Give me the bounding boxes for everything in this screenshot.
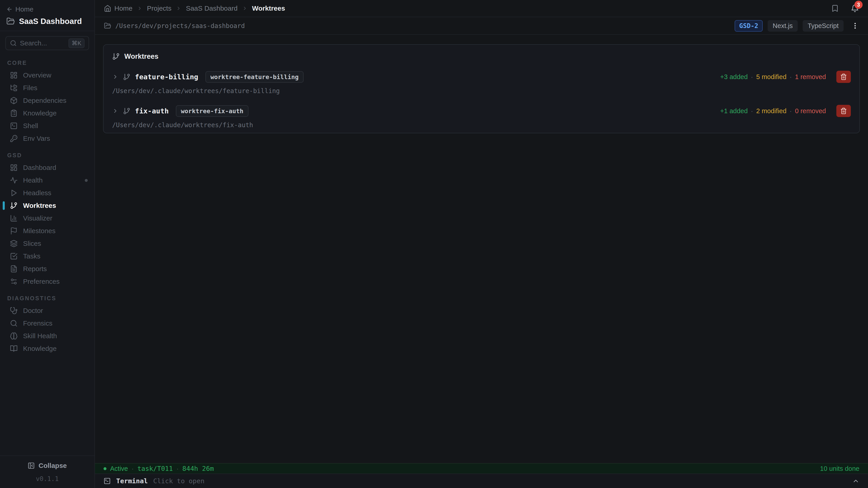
worktree-diff-stats: +3 added · 5 modified · 1 removed [720,73,826,80]
project-meta: GSD-2 Next.js TypeScript [735,20,859,32]
sidebar-item-label: Worktrees [23,202,56,209]
sidebar-item-forensics[interactable]: Forensics [0,317,94,330]
language-tag: TypeScript [803,20,844,32]
sidebar-item-knowledge-diagnostics[interactable]: Knowledge [0,342,94,355]
terminal-square-icon [10,122,18,130]
layers-icon [10,240,18,248]
expand-worktree-button[interactable] [112,108,119,114]
stat-separator: · [789,73,792,80]
breadcrumb-project[interactable]: SaaS Dashboard [186,4,238,12]
sidebar-item-headless[interactable]: Headless [0,187,94,199]
app-version: v0.1.1 [0,475,94,483]
sidebar-item-slices[interactable]: Slices [0,237,94,250]
header-actions: 3 [831,4,859,12]
sidebar-item-label: Env Vars [23,135,50,142]
bookmark-button[interactable] [831,4,839,12]
trash-icon [840,73,847,80]
collapse-button[interactable]: Collapse [28,462,67,469]
main-area: Home Projects SaaS Dashboard Worktrees 3 [95,0,868,488]
sliders-icon [10,278,18,285]
chevron-right-icon [176,6,181,11]
kebab-menu-icon [851,22,859,30]
bookmark-icon [831,4,839,12]
terminal-bar[interactable]: Terminal Click to open [95,474,868,488]
search-input[interactable]: Search... ⌘K [5,36,89,50]
chevron-right-icon [112,74,119,80]
worktree-row: feature-billing worktree-feature-billing… [112,70,851,83]
phase-badge[interactable]: GSD-2 [735,20,763,32]
back-home-label: Home [16,5,33,13]
notification-badge: 3 [855,1,863,9]
sidebar-item-label: Knowledge [23,345,57,352]
sidebar-item-files[interactable]: Files [0,82,94,94]
expand-worktree-button[interactable] [112,74,119,80]
folder-open-icon [6,17,15,26]
worktree-branch-name: fix-auth [135,107,168,115]
card-title: Worktrees [124,53,158,61]
sidebar-item-visualizer[interactable]: Visualizer [0,212,94,225]
git-branch-icon [123,73,130,80]
more-options-button[interactable] [851,22,859,30]
sidebar-item-skill-health[interactable]: Skill Health [0,330,94,342]
arrow-left-icon [6,6,13,12]
file-text-icon [10,265,18,273]
activity-icon [10,176,18,184]
sidebar-item-label: Milestones [23,227,55,235]
worktrees-card: Worktrees feature-billing worktree-featu… [103,44,860,133]
sidebar-item-shell[interactable]: Shell [0,120,94,132]
collapse-label: Collapse [38,462,67,469]
sidebar-item-label: Visualizer [23,215,53,222]
sidebar-item-health[interactable]: Health [0,174,94,187]
sidebar-item-knowledge-core[interactable]: Knowledge [0,107,94,120]
folder-tree-icon [10,84,18,92]
worktree-path: /Users/dev/.claude/worktrees/feature-bil… [112,87,851,95]
sidebar-item-preferences[interactable]: Preferences [0,275,94,288]
stat-separator: · [751,107,753,115]
chevron-right-icon [137,6,143,11]
status-active-dot [103,467,106,470]
sidebar-item-label: Dependencies [23,97,66,104]
chevron-up-icon [852,477,860,485]
worktree-diff-stats: +1 added · 2 modified · 0 removed [720,107,826,115]
search-icon [10,320,18,327]
sidebar-item-reports[interactable]: Reports [0,263,94,275]
app-root: Home SaaS Dashboard Search... ⌘K CORE Ov… [0,0,868,488]
sidebar-item-dashboard[interactable]: Dashboard [0,161,94,174]
sidebar-item-tasks[interactable]: Tasks [0,250,94,263]
status-progress: 10 units done [820,465,860,473]
sidebar-item-overview[interactable]: Overview [0,69,94,82]
terminal-label: Terminal [116,477,148,485]
status-task[interactable]: task/T011 [137,465,173,473]
sidebar-item-milestones[interactable]: Milestones [0,225,94,237]
sidebar-item-doctor[interactable]: Doctor [0,304,94,317]
stat-added: +3 added [720,73,748,80]
sidebar-item-label: Doctor [23,307,43,315]
sidebar-item-env-vars[interactable]: Env Vars [0,132,94,145]
status-separator: · [131,465,134,473]
notifications-button[interactable]: 3 [851,4,859,12]
git-branch-icon [10,202,18,209]
delete-worktree-button[interactable] [836,105,851,117]
sidebar-item-worktrees[interactable]: Worktrees [0,199,94,212]
terminal-hint: Click to open [153,477,205,485]
worktree-item: feature-billing worktree-feature-billing… [112,70,851,95]
sidebar-item-dependencies[interactable]: Dependencies [0,94,94,107]
sidebar-item-label: Skill Health [23,332,57,340]
package-icon [10,97,18,104]
panel-left-close-icon [28,462,35,469]
key-icon [10,135,18,142]
breadcrumb-projects[interactable]: Projects [147,4,171,12]
breadcrumb-home[interactable]: Home [104,4,132,12]
sidebar-item-label: Forensics [23,320,53,327]
section-label-diagnostics: DIAGNOSTICS [0,295,94,302]
status-elapsed-time: 844h 26m [182,465,214,473]
project-path-text: /Users/dev/projects/saas-dashboard [115,22,245,30]
back-home-link[interactable]: Home [6,5,88,13]
delete-worktree-button[interactable] [836,71,851,83]
layout-dashboard-icon [10,71,18,79]
sidebar-header: Home SaaS Dashboard [0,0,94,31]
search-icon [10,40,17,46]
layout-dashboard-icon [10,164,18,171]
terminal-expand-button[interactable] [852,477,860,485]
worktree-tag-badge: worktree-feature-billing [206,71,304,83]
